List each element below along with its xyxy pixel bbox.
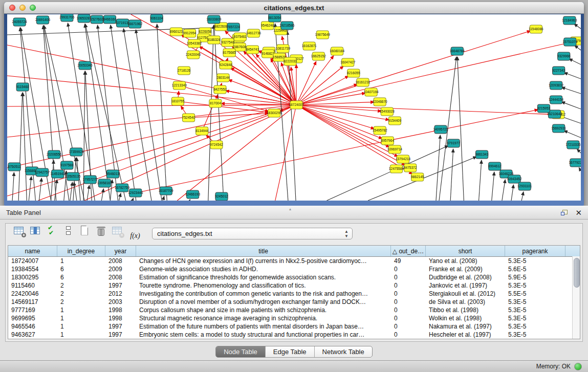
new-column-icon[interactable] — [78, 225, 92, 238]
graph-node[interactable]: 17210335 — [565, 141, 580, 149]
window-titlebar[interactable]: citations_edges.txt — [4, 2, 584, 14]
graph-node[interactable]: 22046670 — [373, 98, 387, 106]
graph-node[interactable]: 2718126 — [178, 67, 191, 75]
column-header-out_de[interactable]: △ out_de… — [391, 246, 426, 256]
graph-node[interactable]: 15495782 — [373, 126, 387, 135]
column-header-pagerank[interactable]: pagerank — [505, 246, 565, 256]
graph-node[interactable]: 13505135 — [66, 172, 80, 181]
graph-node[interactable]: 10407194 — [364, 88, 379, 96]
graph-node[interactable]: 17359924 — [69, 148, 83, 156]
graph-node[interactable]: 817004 — [209, 99, 222, 107]
table-row[interactable]: 946554611997Estimation of the future num… — [8, 322, 580, 331]
graph-node[interactable]: 11548086 — [529, 25, 543, 33]
graph-node[interactable]: 20206556 — [47, 150, 61, 159]
graph-node[interactable]: 24055724 — [12, 18, 27, 26]
function-builder-icon[interactable]: f(x) — [127, 229, 143, 243]
graph-node[interactable]: 9327548 — [221, 38, 234, 47]
delete-column-icon[interactable] — [95, 225, 108, 238]
show-columns-icon[interactable] — [29, 225, 42, 238]
graph-node[interactable]: 16187709 — [159, 187, 173, 195]
graph-node[interactable]: 16671962 — [127, 20, 142, 28]
graph-node[interactable]: 14612736 — [246, 29, 261, 37]
graph-node[interactable]: 16625152 — [311, 52, 326, 60]
graph-node[interactable]: 9227343 — [552, 67, 565, 75]
graph-node[interactable]: 12475584 — [389, 165, 404, 173]
zoom-window-icon[interactable] — [30, 5, 36, 11]
column-header-year[interactable]: year — [105, 246, 136, 256]
close-panel-icon[interactable]: ✕ — [575, 210, 582, 216]
table-row[interactable]: 1456911722003Disruption of a novel membe… — [8, 298, 580, 306]
graph-node[interactable]: 6791977 — [447, 139, 460, 147]
graph-node[interactable]: 18724007 — [289, 101, 303, 109]
graph-node[interactable]: 16162871 — [302, 42, 317, 50]
table-row[interactable]: 1872400712008Changes of HCN gene express… — [8, 257, 580, 265]
table-row[interactable]: 977716911998Corpus callosum shape and si… — [8, 306, 580, 314]
graph-node[interactable]: 9242848 — [219, 61, 232, 69]
graph-node[interactable]: 8134944 — [195, 127, 209, 135]
graph-node[interactable]: 9329966 — [557, 52, 571, 60]
graph-node[interactable]: 15692931 — [551, 124, 566, 133]
graph-node[interactable]: 8750511 — [8, 163, 21, 171]
close-window-icon[interactable] — [9, 5, 15, 11]
table-row[interactable]: 969969511998Structural magnetic resonanc… — [8, 314, 580, 322]
graph-node[interactable]: 9197588 — [60, 161, 74, 169]
graph-node[interactable]: 29931706 — [59, 14, 74, 21]
graph-node[interactable]: 1527602 — [91, 15, 104, 24]
graph-node[interactable]: 12213343 — [172, 81, 187, 90]
network-canvas[interactable]: 1872400788226089546248122544391854791014… — [7, 14, 581, 201]
column-header-title[interactable]: title — [136, 246, 391, 256]
graph-node[interactable]: 16782759 — [115, 184, 129, 192]
table-row[interactable]: 911546021997Tourette syndrome. Phenomeno… — [8, 281, 580, 290]
graph-node[interactable]: 20053346 — [78, 61, 93, 70]
graph-node[interactable]: 15751074 — [562, 38, 577, 46]
table-row[interactable]: 2242004622012Investigating the contribut… — [8, 290, 580, 298]
table-selector-dropdown[interactable]: citations_edges.txt ▲▼ — [152, 228, 353, 239]
graph-node[interactable]: 13958167 — [97, 179, 112, 187]
graph-node[interactable]: 12466193 — [185, 190, 200, 199]
graph-node[interactable]: 7524540 — [182, 114, 195, 122]
graph-node[interactable]: 8475372 — [404, 164, 417, 172]
graph-node[interactable]: 16033809 — [206, 15, 221, 24]
graph-node[interactable]: 9375461 — [234, 33, 247, 41]
graph-node[interactable]: 20691406 — [35, 16, 50, 24]
graph-node[interactable]: 12444154 — [549, 96, 563, 104]
table-row[interactable]: 946362711997Embryonic stem cells: a mode… — [8, 331, 580, 339]
graph-node[interactable]: 12923446 — [128, 189, 143, 197]
graph-node[interactable]: 19875649 — [315, 31, 330, 39]
graph-node[interactable]: 8813054 — [268, 14, 281, 22]
graph-node[interactable]: 9115460 — [16, 83, 29, 91]
panel-resize-grip[interactable]: ▴ — [289, 207, 292, 211]
graph-node[interactable]: 9862145 — [411, 173, 424, 181]
graph-node[interactable]: 8222033 — [284, 57, 297, 65]
column-header-short[interactable]: short — [426, 246, 505, 256]
column-header-in_degree[interactable]: in_degree — [57, 246, 105, 256]
graph-node[interactable]: 12942757 — [35, 168, 50, 177]
graph-node[interactable]: 22420046 — [186, 51, 201, 59]
minimize-window-icon[interactable] — [19, 5, 26, 11]
graph-node[interactable]: 9154409 — [388, 117, 402, 125]
graph-node[interactable]: 9724542 — [210, 141, 223, 149]
graph-node[interactable]: 10543382 — [187, 39, 202, 48]
graph-node[interactable]: 8994612 — [488, 162, 502, 170]
graph-node[interactable]: 10969714 — [387, 145, 402, 154]
graph-node[interactable]: 9546013 — [106, 170, 120, 178]
graph-node[interactable]: 9245012 — [215, 192, 228, 201]
graph-node[interactable]: 10811739 — [276, 45, 291, 53]
graph-node[interactable]: 16779222 — [569, 159, 581, 167]
tab-edge-table[interactable]: Edge Table — [265, 346, 314, 357]
graph-node[interactable]: 12184963 — [562, 16, 577, 25]
graph-node[interactable]: 18300295 — [267, 109, 281, 117]
graph-node[interactable]: 12093832 — [549, 81, 563, 90]
graph-node[interactable]: 14095721 — [433, 125, 448, 134]
graph-node[interactable]: 19218586 — [279, 21, 294, 30]
graph-node[interactable]: 16080184 — [330, 47, 344, 55]
graph-node[interactable]: 9861343 — [475, 150, 489, 159]
graph-node[interactable]: 13794218 — [396, 155, 410, 163]
graph-node[interactable]: 8215953 — [537, 104, 551, 113]
graph-node[interactable]: 11451941 — [50, 170, 65, 178]
graph-node[interactable]: 2803144 — [216, 74, 230, 82]
graph-node[interactable]: 10653287 — [77, 14, 92, 23]
graph-node[interactable]: 8216055 — [347, 69, 360, 77]
graph-node[interactable]: 12931101 — [517, 182, 532, 190]
graph-node[interactable]: 9546248 — [261, 21, 274, 30]
